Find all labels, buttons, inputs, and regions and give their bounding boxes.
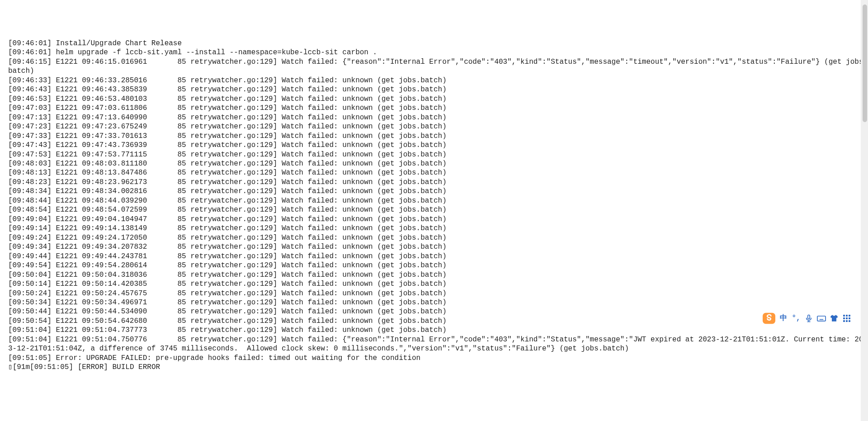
log-line: [09:48:23] E1221 09:48:23.962173 85 retr… bbox=[8, 178, 868, 187]
svg-rect-9 bbox=[846, 315, 848, 317]
grid-menu-icon[interactable] bbox=[842, 313, 852, 323]
log-line: [09:49:54] E1221 09:49:54.280614 85 retr… bbox=[8, 261, 868, 270]
log-line: [09:49:14] E1221 09:49:14.138149 85 retr… bbox=[8, 224, 868, 233]
log-line: [09:48:34] E1221 09:48:34.002816 85 retr… bbox=[8, 187, 868, 196]
log-line: [09:47:43] E1221 09:47:43.736939 85 retr… bbox=[8, 141, 868, 150]
log-line: [09:46:43] E1221 09:46:43.385839 85 retr… bbox=[8, 85, 868, 94]
log-line: [09:47:03] E1221 09:47:03.611806 85 retr… bbox=[8, 104, 868, 113]
log-line: [09:51:04] E1221 09:51:04.737773 85 retr… bbox=[8, 326, 868, 335]
log-line: [09:49:44] E1221 09:49:44.243781 85 retr… bbox=[8, 252, 868, 261]
svg-rect-15 bbox=[846, 320, 848, 322]
log-line: [09:47:53] E1221 09:47:53.771115 85 retr… bbox=[8, 150, 868, 159]
scrollbar-thumb[interactable] bbox=[863, 5, 867, 122]
log-line: [09:48:44] E1221 09:48:44.039290 85 retr… bbox=[8, 196, 868, 205]
log-line: [09:48:54] E1221 09:48:54.072599 85 retr… bbox=[8, 205, 868, 214]
log-line: [09:51:05] Error: UPGRADE FAILED: pre-up… bbox=[8, 354, 868, 363]
svg-rect-11 bbox=[843, 317, 845, 319]
log-line: [09:50:04] E1221 09:50:04.318036 85 retr… bbox=[8, 270, 868, 279]
log-line: [09:46:01] Install/Upgrade Chart Release bbox=[8, 39, 868, 48]
svg-rect-2 bbox=[817, 316, 826, 321]
svg-rect-10 bbox=[849, 315, 850, 317]
console-log-output: [09:46:01] Install/Upgrade Chart Release… bbox=[8, 39, 868, 372]
svg-rect-8 bbox=[843, 315, 845, 317]
log-line: [09:47:23] E1221 09:47:23.675249 85 retr… bbox=[8, 122, 868, 131]
log-line: [09:49:34] E1221 09:49:34.207832 85 retr… bbox=[8, 242, 868, 251]
log-line: [09:46:33] E1221 09:46:33.285016 85 retr… bbox=[8, 76, 868, 85]
svg-rect-14 bbox=[843, 320, 845, 322]
log-line: [09:46:01] helm upgrade -f lccb-sit.yaml… bbox=[8, 48, 868, 57]
log-line: [09:50:54] E1221 09:50:54.642680 85 retr… bbox=[8, 317, 868, 326]
log-line: [09:49:24] E1221 09:49:24.172050 85 retr… bbox=[8, 233, 868, 242]
log-line: [09:50:44] E1221 09:50:44.534090 85 retr… bbox=[8, 307, 868, 316]
ime-toolbar[interactable]: 中 °, bbox=[760, 311, 854, 326]
log-line: [09:47:33] E1221 09:47:33.701613 85 retr… bbox=[8, 132, 868, 141]
keyboard-icon[interactable] bbox=[816, 313, 826, 323]
log-line: [09:49:04] E1221 09:49:04.104947 85 retr… bbox=[8, 215, 868, 224]
log-line: [09:46:53] E1221 09:46:53.480103 85 retr… bbox=[8, 95, 868, 104]
log-line: [09:50:14] E1221 09:50:14.420385 85 retr… bbox=[8, 279, 868, 289]
ime-lang-indicator[interactable]: 中 bbox=[778, 313, 788, 323]
microphone-icon[interactable] bbox=[804, 313, 814, 323]
svg-rect-13 bbox=[849, 317, 850, 319]
vertical-scrollbar[interactable] bbox=[861, 0, 868, 421]
log-line: [09:51:04] E1221 09:51:04.750776 85 retr… bbox=[8, 335, 868, 354]
log-line: [09:46:15] E1221 09:46:15.016961 85 retr… bbox=[8, 57, 868, 76]
svg-rect-1 bbox=[808, 315, 810, 319]
log-line: [09:50:34] E1221 09:50:34.496971 85 retr… bbox=[8, 298, 868, 307]
log-line: [09:50:24] E1221 09:50:24.457675 85 retr… bbox=[8, 289, 868, 298]
tshirt-icon[interactable] bbox=[829, 313, 839, 323]
log-line: [09:48:13] E1221 09:48:13.847486 85 retr… bbox=[8, 168, 868, 177]
svg-rect-12 bbox=[846, 317, 848, 319]
log-line: [09:47:13] E1221 09:47:13.640990 85 retr… bbox=[8, 113, 868, 122]
ime-punct-indicator[interactable]: °, bbox=[791, 313, 801, 323]
svg-rect-16 bbox=[849, 320, 850, 322]
sogou-ime-logo-icon[interactable] bbox=[762, 312, 776, 325]
log-line: ▯[91m[09:51:05] [ERROR] BUILD ERROR bbox=[8, 363, 868, 372]
log-line: [09:48:03] E1221 09:48:03.811180 85 retr… bbox=[8, 159, 868, 168]
